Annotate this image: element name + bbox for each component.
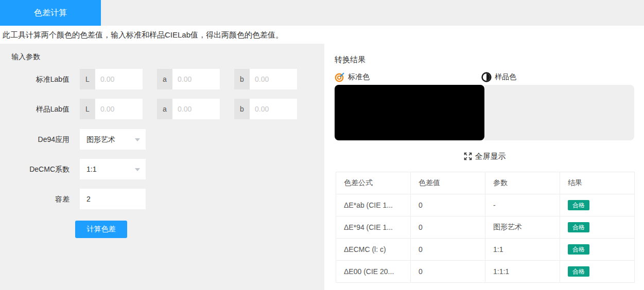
header-formula: 色差公式 — [336, 172, 411, 194]
sample-a-group: a — [157, 99, 220, 119]
sample-lab-label: 样品Lab值 — [0, 99, 69, 119]
table-row: ΔE00 (CIE 20... 0 1:1:1 合格 — [336, 261, 635, 283]
sample-l-input[interactable] — [95, 99, 143, 119]
fullscreen-expand-icon — [463, 152, 473, 161]
status-badge: 合格 — [568, 266, 589, 277]
standard-color-caption: 标准色 — [335, 71, 370, 83]
b-prefix-label: b — [234, 99, 250, 119]
calculate-button[interactable]: 计算色差 — [75, 221, 127, 238]
fullscreen-label: 全屏显示 — [475, 152, 506, 161]
header-result: 结果 — [560, 172, 635, 194]
standard-lab-label: 标准Lab值 — [0, 69, 69, 89]
param-cell: - — [485, 194, 560, 216]
status-badge: 合格 — [568, 200, 589, 210]
result-cell: 合格 — [560, 216, 635, 239]
de94-selected-value: 图形艺术 — [86, 135, 115, 143]
chevron-down-icon — [135, 138, 140, 141]
standard-color-label: 标准色 — [348, 72, 370, 82]
tab-color-difference[interactable]: 色差计算 — [0, 0, 101, 26]
param-cell: 1:1:1 — [485, 261, 560, 283]
a-prefix-label: a — [157, 69, 172, 89]
param-cell: 1:1 — [485, 239, 560, 261]
decmc-label: DeCMC系数 — [0, 159, 69, 179]
de94-select[interactable]: 图形艺术 — [80, 129, 146, 150]
l-prefix-label: L — [80, 69, 95, 89]
value-cell: 0 — [411, 216, 485, 239]
result-table: 色差公式 色差值 参数 结果 ΔE*ab (CIE 1... 0 - 合格 ΔE… — [336, 172, 635, 283]
formula-cell: ΔE*94 (CIE 1... — [336, 216, 411, 239]
result-panel: 转换结果 标准色 样品色 — [335, 44, 644, 290]
standard-a-group: a — [157, 69, 220, 89]
value-cell: 0 — [411, 194, 485, 216]
color-difference-tool: 色差计算 此工具计算两个颜色的色差值，输入标准和样品CIELab值，得出两颜色的… — [0, 0, 644, 290]
sample-color-label: 样品色 — [495, 72, 516, 82]
input-section-title: 输入参数 — [11, 52, 40, 62]
b-prefix-label: b — [234, 69, 250, 89]
de94-row: De94应用 图形艺术 — [0, 129, 324, 150]
sample-color-swatch — [484, 85, 634, 140]
result-cell: 合格 — [560, 194, 635, 216]
sample-a-input[interactable] — [172, 99, 220, 119]
sample-b-group: b — [234, 99, 297, 119]
fullscreen-button[interactable]: 全屏显示 — [335, 150, 634, 162]
result-cell: 合格 — [560, 261, 635, 283]
tolerance-input[interactable] — [80, 189, 146, 209]
status-badge: 合格 — [568, 222, 589, 232]
sample-lab-row: 样品Lab值 L a b — [0, 99, 324, 119]
tolerance-label: 容差 — [0, 189, 69, 209]
formula-cell: ΔE*ab (CIE 1... — [336, 194, 411, 216]
tolerance-row: 容差 — [0, 189, 324, 209]
sample-color-caption: 样品色 — [481, 71, 516, 83]
formula-cell: ΔE00 (CIE 20... — [336, 261, 411, 283]
a-prefix-label: a — [157, 99, 172, 119]
standard-l-input[interactable] — [95, 69, 143, 89]
sample-b-input[interactable] — [250, 99, 297, 119]
value-cell: 0 — [411, 239, 485, 261]
table-row: ΔE*ab (CIE 1... 0 - 合格 — [336, 194, 635, 216]
header-value: 色差值 — [411, 172, 485, 194]
status-badge: 合格 — [568, 244, 589, 255]
table-row: ΔE*94 (CIE 1... 0 图形艺术 合格 — [336, 216, 635, 239]
value-cell: 0 — [411, 261, 485, 283]
sample-l-group: L — [80, 99, 143, 119]
decmc-select[interactable]: 1:1 — [80, 159, 146, 179]
standard-b-input[interactable] — [250, 69, 297, 89]
target-icon — [335, 72, 345, 82]
result-section-title: 转换结果 — [335, 55, 365, 65]
table-header-row: 色差公式 色差值 参数 结果 — [336, 172, 635, 194]
tab-bar: 色差计算 — [0, 0, 644, 26]
param-cell: 图形艺术 — [485, 216, 560, 239]
chevron-down-icon — [135, 168, 140, 171]
contrast-icon — [481, 72, 492, 82]
standard-a-input[interactable] — [172, 69, 220, 89]
result-cell: 合格 — [560, 239, 635, 261]
standard-lab-row: 标准Lab值 L a b — [0, 69, 324, 89]
decmc-selected-value: 1:1 — [86, 165, 96, 173]
standard-l-group: L — [80, 69, 143, 89]
l-prefix-label: L — [80, 99, 95, 119]
standard-color-swatch — [335, 85, 484, 140]
standard-b-group: b — [234, 69, 297, 89]
de94-label: De94应用 — [0, 129, 69, 150]
formula-cell: ΔECMC (l: c) — [336, 239, 411, 261]
header-param: 参数 — [485, 172, 560, 194]
input-panel: 输入参数 标准Lab值 L a b 样品Lab值 L — [0, 44, 324, 290]
tool-description: 此工具计算两个颜色的色差值，输入标准和样品CIELab值，得出两颜色的色差值。 — [0, 26, 644, 44]
decmc-row: DeCMC系数 1:1 — [0, 159, 324, 179]
table-row: ΔECMC (l: c) 0 1:1 合格 — [336, 239, 635, 261]
